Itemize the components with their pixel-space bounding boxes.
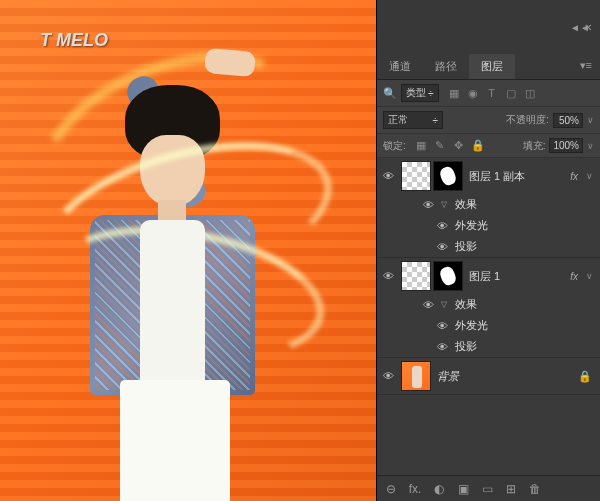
visibility-toggle-icon[interactable]: 👁 [381, 369, 395, 383]
new-group-icon[interactable]: ▭ [479, 482, 495, 496]
layer-filter-row: 🔍 类型 ÷ ▦ ◉ T ▢ ◫ [377, 80, 600, 107]
layer-thumbnail[interactable] [401, 261, 431, 291]
panel-header-controls: ◄◄ ✕ [377, 0, 600, 54]
layers-list: 👁 图层 1 副本 fx ∨ 👁 ▽ 效果 👁 外发光 👁 投影 [377, 158, 600, 475]
tab-layers[interactable]: 图层 [469, 54, 515, 79]
layer-mask-thumbnail[interactable] [433, 161, 463, 191]
lock-icon[interactable]: 🔒 [578, 370, 596, 383]
tab-paths[interactable]: 路径 [423, 54, 469, 79]
fill-value[interactable]: 100% [549, 138, 583, 153]
visibility-toggle-icon[interactable]: 👁 [421, 298, 435, 312]
effect-item[interactable]: 👁 外发光 [377, 315, 600, 336]
layer-mask-thumbnail[interactable] [433, 261, 463, 291]
lock-all-icon[interactable]: 🔒 [471, 139, 485, 153]
fx-badge[interactable]: fx [570, 171, 580, 182]
layer-thumbnail[interactable] [401, 361, 431, 391]
filter-kind-select[interactable]: 类型 ÷ [401, 84, 439, 102]
panels-container: ◄◄ ✕ 通道 路径 图层 ▾≡ 🔍 类型 ÷ ▦ ◉ T ▢ ◫ 正常 ÷ 不… [377, 0, 600, 501]
opacity-value[interactable]: 50% [553, 113, 583, 128]
visibility-toggle-icon[interactable]: 👁 [435, 219, 449, 233]
visibility-toggle-icon[interactable]: 👁 [381, 269, 395, 283]
opacity-label: 不透明度: [506, 113, 549, 127]
panel-menu-icon[interactable]: ▾≡ [572, 54, 600, 79]
blend-mode-select[interactable]: 正常 ÷ [383, 111, 443, 129]
layer-thumbnail[interactable] [401, 161, 431, 191]
chevron-down-icon[interactable]: ∨ [586, 171, 596, 181]
person-figure [70, 50, 310, 490]
filter-adjustment-icon[interactable]: ◉ [466, 86, 480, 100]
effect-item[interactable]: 👁 外发光 [377, 215, 600, 236]
effect-item[interactable]: 👁 投影 [377, 236, 600, 257]
tab-channels[interactable]: 通道 [377, 54, 423, 79]
layers-bottom-toolbar: ⊖ fx. ◐ ▣ ▭ ⊞ 🗑 [377, 475, 600, 501]
add-fx-icon[interactable]: fx. [407, 482, 423, 496]
filter-pixel-icon[interactable]: ▦ [447, 86, 461, 100]
layer-name[interactable]: 图层 1 [469, 269, 564, 284]
add-mask-icon[interactable]: ◐ [431, 482, 447, 496]
triangle-down-icon[interactable]: ▽ [441, 300, 447, 309]
layer-item[interactable]: 👁 图层 1 fx ∨ 👁 ▽ 效果 👁 外发光 👁 投影 [377, 258, 600, 358]
filter-type-icon[interactable]: T [485, 86, 499, 100]
lock-position-icon[interactable]: ✥ [452, 139, 466, 153]
visibility-toggle-icon[interactable]: 👁 [435, 240, 449, 254]
triangle-down-icon[interactable]: ▽ [441, 200, 447, 209]
fill-label: 填充: [523, 139, 546, 153]
link-layers-icon[interactable]: ⊖ [383, 482, 399, 496]
trash-icon[interactable]: 🗑 [527, 482, 543, 496]
layer-name[interactable]: 背景 [437, 369, 572, 384]
lock-label: 锁定: [383, 139, 406, 153]
search-icon[interactable]: 🔍 [383, 87, 397, 100]
blend-opacity-row: 正常 ÷ 不透明度: 50% ∨ [377, 107, 600, 134]
add-adjustment-icon[interactable]: ▣ [455, 482, 471, 496]
layer-name[interactable]: 图层 1 副本 [469, 169, 564, 184]
visibility-toggle-icon[interactable]: 👁 [421, 198, 435, 212]
visibility-toggle-icon[interactable]: 👁 [381, 169, 395, 183]
layer-item[interactable]: 👁 背景 🔒 [377, 358, 600, 395]
fx-badge[interactable]: fx [570, 271, 580, 282]
chevron-down-icon[interactable]: ∨ [586, 271, 596, 281]
visibility-toggle-icon[interactable]: 👁 [435, 340, 449, 354]
new-layer-icon[interactable]: ⊞ [503, 482, 519, 496]
effects-row[interactable]: 👁 ▽ 效果 [377, 194, 600, 215]
filter-smart-icon[interactable]: ◫ [523, 86, 537, 100]
lock-transparent-icon[interactable]: ▦ [414, 139, 428, 153]
lock-fill-row: 锁定: ▦ ✎ ✥ 🔒 填充: 100% ∨ [377, 134, 600, 158]
canvas-area[interactable]: T MELO [0, 0, 376, 501]
panel-tabs: 通道 路径 图层 ▾≡ [377, 54, 600, 80]
collapse-icon[interactable]: ◄◄ [570, 22, 580, 32]
layer-item[interactable]: 👁 图层 1 副本 fx ∨ 👁 ▽ 效果 👁 外发光 👁 投影 [377, 158, 600, 258]
effects-row[interactable]: 👁 ▽ 效果 [377, 294, 600, 315]
lock-pixels-icon[interactable]: ✎ [433, 139, 447, 153]
effect-item[interactable]: 👁 投影 [377, 336, 600, 357]
watermark-logo: T MELO [40, 30, 108, 51]
close-icon[interactable]: ✕ [584, 22, 594, 32]
filter-shape-icon[interactable]: ▢ [504, 86, 518, 100]
visibility-toggle-icon[interactable]: 👁 [435, 319, 449, 333]
